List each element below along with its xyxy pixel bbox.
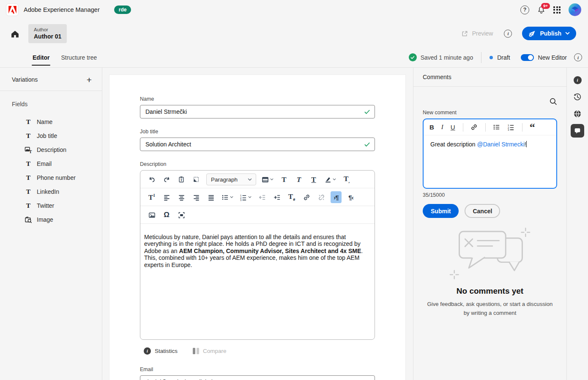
comment-italic-button[interactable]: I: [441, 124, 443, 130]
compare-icon: [193, 348, 199, 354]
bullet-list-icon: [222, 194, 229, 201]
compare-button[interactable]: Compare: [193, 348, 227, 354]
text-field-icon: T: [24, 132, 33, 140]
sidebar-item-image[interactable]: Image: [24, 212, 92, 226]
statistics-button[interactable]: i Statistics: [144, 347, 178, 355]
insert-image-button[interactable]: [146, 209, 157, 221]
no-comments-empty-state: No comments yet Give feedback, ask quest…: [423, 226, 557, 318]
tab-editor[interactable]: Editor: [32, 47, 50, 67]
comment-numbered-list-button[interactable]: 1 2 3: [507, 124, 514, 131]
divider: [481, 52, 481, 63]
preview-button[interactable]: Preview: [461, 30, 493, 37]
bold-button[interactable]: T: [279, 173, 290, 185]
name-input-wrap: [140, 105, 375, 118]
comment-link-button[interactable]: [470, 124, 478, 131]
new-editor-toggle-label: New Editor: [538, 54, 567, 61]
new-comment-label: New comment: [423, 110, 557, 116]
clear-format-button[interactable]: Tø: [286, 191, 297, 203]
name-field-label: Name: [140, 96, 375, 102]
user-avatar[interactable]: [569, 3, 581, 16]
unlink-button[interactable]: [316, 191, 327, 203]
paste-button[interactable]: T: [176, 173, 187, 185]
comment-quote-button[interactable]: “: [530, 124, 535, 130]
special-character-button[interactable]: Ω: [161, 209, 172, 221]
comment-bubble-icon: [574, 127, 581, 135]
new-editor-toggle[interactable]: [521, 54, 534, 61]
comment-bullet-list-button[interactable]: [493, 124, 500, 131]
field-label: Job title: [37, 132, 57, 139]
search-comments-button[interactable]: [549, 97, 557, 105]
align-left-button[interactable]: [161, 191, 172, 203]
bold-icon: B: [429, 124, 434, 130]
text-field-icon: T: [24, 118, 33, 126]
publish-button[interactable]: Publish: [522, 27, 576, 40]
rail-comments-button[interactable]: [571, 124, 584, 138]
comment-mention: @Daniel Strmecki: [477, 141, 525, 148]
redo-button[interactable]: [161, 173, 172, 185]
editor-info-button[interactable]: i: [574, 53, 582, 61]
text-style-button[interactable]: T,: [341, 173, 352, 185]
cancel-comment-button[interactable]: Cancel: [465, 204, 500, 218]
sidebar-item-linkedin[interactable]: T LinkedIn: [24, 184, 92, 198]
align-right-button[interactable]: [191, 191, 202, 203]
rte-toolbar-row-3: Ω: [140, 206, 375, 224]
superscript-button[interactable]: T1: [146, 191, 157, 203]
svg-text:3: 3: [508, 129, 509, 131]
comment-underline-button[interactable]: U: [451, 124, 455, 130]
character-counter: 35/15000: [423, 192, 557, 198]
saved-check-icon: [409, 53, 417, 61]
justify-button[interactable]: [205, 191, 216, 203]
sidebar-item-description[interactable]: T Description: [24, 143, 92, 157]
fullscreen-button[interactable]: [176, 209, 187, 221]
description-content[interactable]: Meticulous by nature, Daniel pays attent…: [140, 224, 375, 339]
paste-plain-text-button[interactable]: [191, 173, 202, 185]
sidebar-item-phone-number[interactable]: T Phone number: [24, 171, 92, 184]
paragraph-style-select[interactable]: Paragraph: [206, 173, 256, 185]
job-title-field-block: Job title: [140, 129, 375, 151]
rail-info-button[interactable]: i: [571, 73, 584, 87]
rich-text-field-icon: T: [24, 146, 33, 154]
add-variation-button[interactable]: +: [87, 75, 92, 84]
new-comment-editor: B I U: [423, 118, 557, 189]
bullet-list-menu-button[interactable]: [220, 191, 235, 203]
outdent-button[interactable]: [257, 191, 268, 203]
divider: [0, 91, 102, 91]
home-button[interactable]: [11, 30, 19, 39]
empty-state-title: No comments yet: [423, 286, 557, 296]
highlight-menu-button[interactable]: [323, 173, 337, 185]
content-selector[interactable]: Author Author 01: [28, 24, 67, 43]
tab-structure-tree[interactable]: Structure tree: [60, 47, 98, 67]
link-icon: [470, 124, 478, 131]
rail-language-button[interactable]: [571, 107, 584, 121]
app-switcher-button[interactable]: [553, 6, 561, 14]
app-title: Adobe Experience Manager: [24, 6, 100, 13]
numbered-list-menu-button[interactable]: 1 2 3: [238, 191, 253, 203]
submit-comment-button[interactable]: Submit: [423, 204, 459, 218]
sidebar-item-job-title[interactable]: T Job title: [24, 129, 92, 143]
underline-button[interactable]: T: [308, 173, 319, 185]
field-label: Twitter: [37, 202, 54, 209]
table-menu-button[interactable]: [260, 173, 275, 185]
sidebar-item-twitter[interactable]: T Twitter: [24, 198, 92, 212]
align-center-button[interactable]: [176, 191, 187, 203]
divider: [522, 123, 522, 132]
undo-button[interactable]: [146, 173, 157, 185]
rtl-direction-button[interactable]: ¶‹: [345, 191, 356, 203]
rail-history-button[interactable]: [571, 90, 584, 104]
comment-text-area[interactable]: Great description @Daniel Strmecki!: [424, 135, 556, 154]
sidebar-item-name[interactable]: T Name: [24, 115, 92, 129]
link-button[interactable]: [301, 191, 312, 203]
comments-panel-title: Comments: [413, 68, 566, 87]
comment-bold-button[interactable]: B: [429, 124, 434, 130]
ltr-direction-button[interactable]: ›¶: [331, 191, 342, 203]
indent-button[interactable]: [271, 191, 282, 203]
publish-info-button[interactable]: i: [504, 30, 512, 38]
notifications-button[interactable]: 9+: [537, 6, 545, 14]
job-title-input[interactable]: [145, 141, 361, 148]
italic-button[interactable]: T: [293, 173, 304, 185]
sidebar-item-email[interactable]: T Email: [24, 157, 92, 171]
help-button[interactable]: ?: [520, 6, 529, 14]
svg-text:T: T: [29, 150, 32, 154]
publish-plane-icon: [528, 30, 536, 38]
name-input[interactable]: [145, 108, 361, 115]
